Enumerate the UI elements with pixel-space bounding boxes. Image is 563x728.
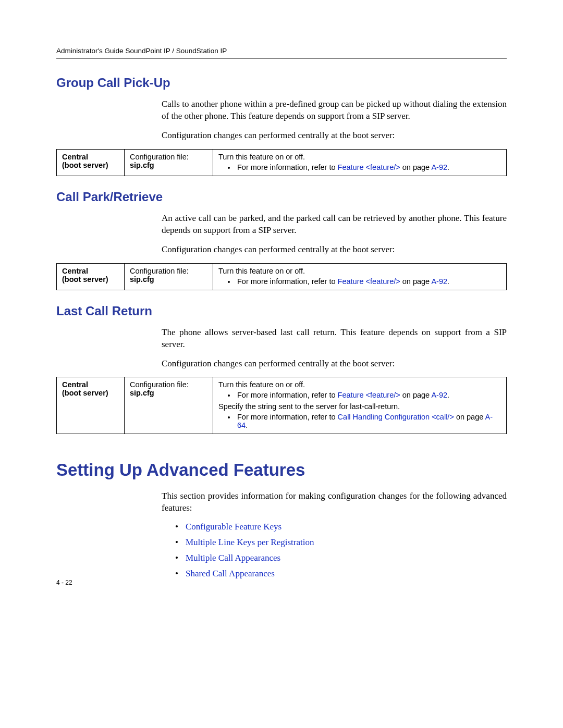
text: .	[447, 163, 449, 171]
table-row: Central (boot server) Configuration file…	[57, 377, 507, 434]
bullet-icon	[228, 167, 230, 169]
text: For more information, refer to	[237, 277, 338, 286]
text: on page	[400, 163, 432, 171]
text: on page	[400, 391, 432, 399]
bullet-item: For more information, refer to Feature <…	[228, 277, 501, 286]
label: (boot server)	[62, 389, 108, 397]
body-paragraph: Configuration changes can performed cent…	[162, 244, 507, 256]
config-table: Central (boot server) Configuration file…	[56, 263, 507, 290]
text: For more information, refer to	[237, 163, 338, 171]
filename: sip.cfg	[130, 275, 154, 283]
text: .	[447, 391, 449, 399]
label: Central	[62, 380, 88, 389]
section-heading-last-call-return: Last Call Return	[56, 304, 507, 318]
table-cell-location: Central (boot server)	[57, 377, 125, 434]
text: For more information, refer to	[237, 391, 338, 399]
table-row: Central (boot server) Configuration file…	[57, 149, 507, 176]
config-table: Central (boot server) Configuration file…	[56, 377, 507, 434]
body-paragraph: Calls to another phone within a pre-defi…	[162, 98, 507, 122]
bullet-item: For more information, refer to Feature <…	[228, 163, 501, 171]
link-feature[interactable]: Feature <feature/>	[338, 277, 400, 286]
bullet-text: For more information, refer to Feature <…	[237, 163, 501, 171]
bullet-icon	[228, 416, 230, 418]
feature-link-shared-call-appearances[interactable]: Shared Call Appearances	[175, 569, 507, 579]
main-heading-advanced-features: Setting Up Advanced Features	[56, 460, 507, 480]
config-table: Central (boot server) Configuration file…	[56, 149, 507, 176]
table-cell-file: Configuration file: sip.cfg	[125, 263, 213, 290]
bullet-item: For more information, refer to Call Hand…	[228, 413, 501, 429]
text: .	[246, 421, 248, 429]
body-paragraph: The phone allows server-based last call …	[162, 327, 507, 351]
table-row: Central (boot server) Configuration file…	[57, 263, 507, 290]
bullet-item: For more information, refer to Feature <…	[228, 391, 501, 399]
text: For more information, refer to	[237, 413, 338, 421]
link-page[interactable]: A-92	[431, 277, 447, 286]
table-cell-description: Turn this feature on or off. For more in…	[213, 149, 507, 176]
feature-link-configurable-keys[interactable]: Configurable Feature Keys	[175, 522, 507, 532]
table-cell-description: Turn this feature on or off. For more in…	[213, 377, 507, 434]
table-cell-file: Configuration file: sip.cfg	[125, 149, 213, 176]
running-header: Administrator's Guide SoundPoint IP / So…	[56, 47, 507, 55]
feature-link-multiple-call-appearances[interactable]: Multiple Call Appearances	[175, 553, 507, 563]
table-cell-location: Central (boot server)	[57, 149, 125, 176]
text: on page	[400, 277, 432, 286]
body-paragraph: An active call can be parked, and the pa…	[162, 213, 507, 237]
description-text: Specify the string sent to the server fo…	[218, 402, 400, 411]
bullet-icon	[228, 281, 230, 283]
feature-link-multiple-line-keys[interactable]: Multiple Line Keys per Registration	[175, 537, 507, 548]
filename: sip.cfg	[130, 389, 154, 397]
table-cell-file: Configuration file: sip.cfg	[125, 377, 213, 434]
header-rule	[56, 58, 507, 59]
description-text: Turn this feature on or off.	[218, 153, 305, 161]
link-feature[interactable]: Feature <feature/>	[338, 391, 400, 399]
section-heading-group-call-pickup: Group Call Pick-Up	[56, 76, 507, 90]
label: Central	[62, 267, 88, 275]
page-number: 4 - 22	[56, 579, 72, 586]
bullet-text: For more information, refer to Call Hand…	[237, 413, 501, 429]
bullet-icon	[228, 394, 230, 397]
description-text: Turn this feature on or off.	[218, 380, 305, 389]
section-heading-call-park-retrieve: Call Park/Retrieve	[56, 190, 507, 204]
label: (boot server)	[62, 161, 108, 169]
body-paragraph: Configuration changes can performed cent…	[162, 130, 507, 142]
body-paragraph: This section provides information for ma…	[162, 490, 507, 514]
link-feature[interactable]: Feature <feature/>	[338, 163, 400, 171]
table-cell-description: Turn this feature on or off. For more in…	[213, 263, 507, 290]
text: .	[447, 277, 449, 286]
bullet-text: For more information, refer to Feature <…	[237, 277, 501, 286]
link-call-handling[interactable]: Call Handling Configuration <call/>	[338, 413, 454, 421]
body-paragraph: Configuration changes can performed cent…	[162, 358, 507, 370]
text: on page	[454, 413, 485, 421]
feature-list: Configurable Feature Keys Multiple Line …	[175, 522, 507, 579]
label: Central	[62, 153, 88, 161]
label: Configuration file:	[130, 153, 207, 161]
description-text: Turn this feature on or off.	[218, 267, 305, 275]
label: Configuration file:	[130, 267, 207, 275]
label: Configuration file:	[130, 380, 207, 389]
bullet-text: For more information, refer to Feature <…	[237, 391, 501, 399]
label: (boot server)	[62, 275, 108, 283]
filename: sip.cfg	[130, 161, 154, 169]
page-content: Administrator's Guide SoundPoint IP / So…	[0, 0, 563, 605]
link-page[interactable]: A-92	[431, 163, 447, 171]
table-cell-location: Central (boot server)	[57, 263, 125, 290]
link-page[interactable]: A-92	[431, 391, 447, 399]
